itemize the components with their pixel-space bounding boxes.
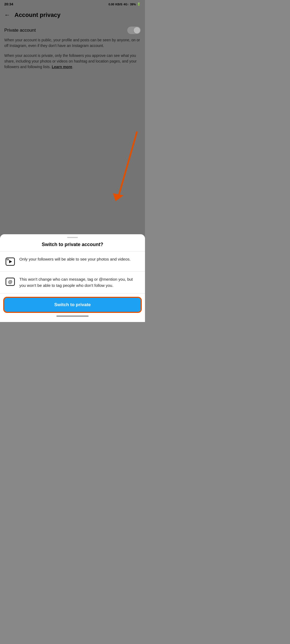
sheet-item-1: Only your followers will be able to see … [0,251,145,272]
battery-icon: 🔋 [137,2,141,6]
sheet-item-2-text: This won't change who can message, tag o… [19,276,140,288]
svg-line-0 [118,131,137,197]
status-right: 0.00 KB/S 4G↑ 39% 🔋 [108,2,141,6]
private-account-toggle[interactable] [127,27,141,34]
sheet-handle [67,237,78,238]
page-header: ← Account privacy [4,8,141,22]
page-title: Account privacy [15,12,60,19]
learn-more-link[interactable]: Learn more [52,65,72,69]
network-speed: 0.00 [108,3,114,6]
sheet-item-2: @ This won't change who can message, tag… [0,272,145,294]
home-indicator [56,316,89,317]
status-bar: 20:34 0.00 KB/S 4G↑ 39% 🔋 [0,0,145,8]
private-account-label: Private account [4,28,36,33]
private-account-row: Private account [4,22,141,37]
battery-percent: 39% [130,3,136,6]
video-icon [5,257,15,266]
bottom-sheet: Switch to private account? Only your fol… [0,234,145,322]
switch-to-private-button[interactable]: Switch to private [4,298,141,312]
back-button[interactable]: ← [4,12,10,19]
toggle-knob [134,27,140,34]
sheet-title: Switch to private account? [0,242,145,251]
svg-marker-1 [113,193,124,201]
svg-text:@: @ [8,280,12,284]
background-page: ← Account privacy Private account When y… [0,8,145,70]
mention-icon: @ [5,277,15,287]
svg-marker-3 [9,260,12,263]
status-time: 20:34 [4,2,13,6]
arrow-annotation [110,129,142,205]
signal-icon: 4G↑ [124,3,129,6]
public-description: When your account is public, your profil… [4,37,141,49]
switch-btn-container: Switch to private [0,294,145,313]
private-description: When your account is private, only the f… [4,53,141,70]
svg-rect-4 [7,259,9,260]
speed-unit: KB/S [115,3,122,6]
sheet-item-1-text: Only your followers will be able to see … [19,256,130,262]
